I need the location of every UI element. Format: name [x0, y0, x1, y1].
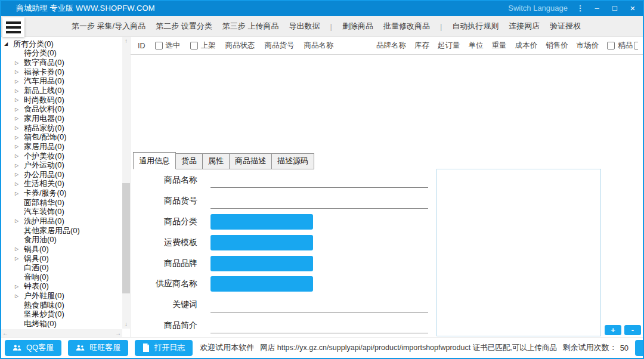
tree-expander-icon[interactable]	[15, 246, 24, 252]
tree-expander-icon[interactable]	[15, 97, 24, 103]
column-header[interactable]: 起订量	[438, 41, 460, 51]
tree-expander-icon[interactable]	[15, 69, 24, 75]
tree-item[interactable]: 数字商品(0)	[1, 58, 122, 67]
column-checkbox[interactable]	[155, 42, 163, 49]
hamburger-menu-button[interactable]	[2, 17, 24, 37]
tree-expander-icon[interactable]	[15, 125, 24, 131]
form-field-control[interactable]	[210, 318, 428, 333]
tab[interactable]: 描述源码	[271, 153, 314, 169]
tree-expander-icon[interactable]	[15, 256, 24, 261]
form-field-control[interactable]	[210, 214, 313, 230]
tree-expander-icon[interactable]	[4, 41, 13, 47]
scrollbar-thumb[interactable]	[122, 183, 130, 294]
tree-item[interactable]: 洗护用品(0)	[1, 216, 122, 226]
column-header[interactable]: 库存	[414, 41, 429, 51]
statusbar-button[interactable]: 打开日志	[135, 340, 193, 356]
tree-item[interactable]: 食品饮料(0)	[1, 104, 122, 114]
column-checkbox[interactable]	[190, 42, 198, 49]
tree-item[interactable]: 办公用品(0)	[1, 170, 122, 180]
close-button[interactable]: ×	[624, 0, 642, 16]
save-button[interactable]: 保存	[635, 340, 643, 356]
toolbar-item[interactable]: 第一步 采集/导入商品	[72, 21, 145, 32]
form-field-control[interactable]	[210, 193, 428, 209]
product-list-area[interactable]	[131, 55, 643, 151]
tree-item[interactable]: 福禄卡券(0)	[1, 67, 122, 77]
tree-horizontal-scrollbar[interactable]	[1, 329, 122, 337]
tree-item[interactable]: 家用电器(0)	[1, 114, 122, 123]
tree-expander-icon[interactable]	[15, 88, 24, 94]
tree-item[interactable]: 汽车用品(0)	[1, 77, 122, 86]
tree-item[interactable]: 白酒(0)	[1, 263, 122, 273]
form-field-control[interactable]	[210, 172, 428, 188]
tree-item[interactable]: 钟表(0)	[1, 282, 122, 292]
tree-expander-icon[interactable]	[15, 79, 24, 84]
add-button[interactable]: +	[605, 325, 621, 335]
remove-button[interactable]: -	[624, 325, 641, 335]
maximize-button[interactable]: □	[606, 0, 624, 16]
tab[interactable]: 商品描述	[229, 153, 272, 169]
column-checkbox[interactable]	[607, 42, 615, 49]
tree-expander-icon[interactable]	[15, 172, 24, 177]
tree-vertical-scrollbar[interactable]	[122, 37, 130, 329]
tab[interactable]: 属性	[202, 153, 230, 169]
toolbar-item[interactable]: 删除商品	[342, 21, 373, 32]
toolbar-item[interactable]: 验证授权	[550, 21, 581, 32]
minimize-button[interactable]: –	[588, 0, 606, 16]
toolbar-item[interactable]: 导出数据	[289, 21, 320, 32]
tree-expander-icon[interactable]	[15, 107, 24, 112]
tree-item[interactable]: 家居用品(0)	[1, 142, 122, 151]
scroll-right-icon[interactable]	[114, 329, 122, 337]
tab[interactable]: 货品	[175, 153, 203, 169]
tab[interactable]: 通用信息	[133, 152, 176, 169]
column-header[interactable]: 商品状态	[225, 41, 255, 51]
tree-item[interactable]: 待分类(0)	[1, 49, 122, 58]
column-header[interactable]: 市场价	[577, 41, 599, 51]
tree-item[interactable]: 卡券/服务(0)	[1, 188, 122, 198]
tree-expander-icon[interactable]	[15, 284, 24, 289]
tree-expander-icon[interactable]	[15, 144, 24, 149]
tree-item[interactable]: 音响(0)	[1, 273, 122, 282]
toolbar-item[interactable]: 自动执行规则	[452, 21, 499, 32]
tree-item[interactable]: 其他家居用品(0)	[1, 226, 122, 236]
tree-item[interactable]: 精品家纺(0)	[1, 123, 122, 133]
tree-item[interactable]: 食用油(0)	[1, 235, 122, 245]
tree-item[interactable]: 所有分类(0)	[1, 39, 122, 49]
form-field-control[interactable]	[210, 256, 313, 271]
tree-item[interactable]: 锅具(0)	[1, 245, 122, 254]
tree-expander-icon[interactable]	[15, 218, 24, 224]
scroll-up-icon[interactable]	[122, 37, 130, 45]
toolbar-item[interactable]: 第二步 设置分类	[156, 21, 212, 32]
tree-expander-icon[interactable]	[15, 191, 24, 196]
statusbar-button[interactable]: QQ客服	[5, 340, 61, 356]
tree-expander-icon[interactable]	[15, 135, 24, 140]
toolbar-item[interactable]: 第三步 上传商品	[222, 21, 279, 32]
column-header[interactable]: 销售价	[546, 41, 568, 51]
statusbar-button[interactable]: 旺旺客服	[68, 340, 128, 356]
column-header[interactable]: 上架	[190, 41, 216, 51]
form-field-control[interactable]	[210, 276, 313, 292]
scroll-left-icon[interactable]	[1, 329, 10, 337]
tree-item[interactable]: 熟食腊味(0)	[1, 301, 122, 310]
column-header[interactable]: 选中	[155, 41, 181, 51]
tree-item[interactable]: 户外鞋服(0)	[1, 291, 122, 301]
tree-item[interactable]: 面部精华(0)	[1, 198, 122, 208]
tree-item[interactable]: 汽车装饰(0)	[1, 208, 122, 217]
tree-item[interactable]: 户外运动(0)	[1, 160, 122, 170]
tree-expander-icon[interactable]	[15, 60, 24, 66]
toolbar-item[interactable]: 连接网店	[509, 21, 540, 32]
more-options-icon[interactable]: ⋮	[572, 4, 588, 13]
tree-expander-icon[interactable]	[15, 153, 24, 159]
column-header[interactable]: 商品名称	[304, 41, 334, 51]
tree-item[interactable]: 坚果炒货(0)	[1, 310, 122, 320]
switch-language-button[interactable]: Switch Language	[508, 4, 568, 13]
tree-item[interactable]: 个护美妆(0)	[1, 151, 122, 161]
form-field-control[interactable]	[210, 297, 428, 312]
tree-item[interactable]: 时尚数码(0)	[1, 95, 122, 105]
column-header[interactable]: 品牌名称	[376, 41, 406, 51]
tree-expander-icon[interactable]	[15, 293, 24, 299]
tree-item[interactable]: 生活相关(0)	[1, 180, 122, 189]
column-header[interactable]: 成本价	[515, 41, 538, 51]
tree-expander-icon[interactable]	[15, 181, 24, 187]
column-header[interactable]: 商品货号	[265, 41, 295, 51]
tree-expander-icon[interactable]	[15, 116, 24, 121]
